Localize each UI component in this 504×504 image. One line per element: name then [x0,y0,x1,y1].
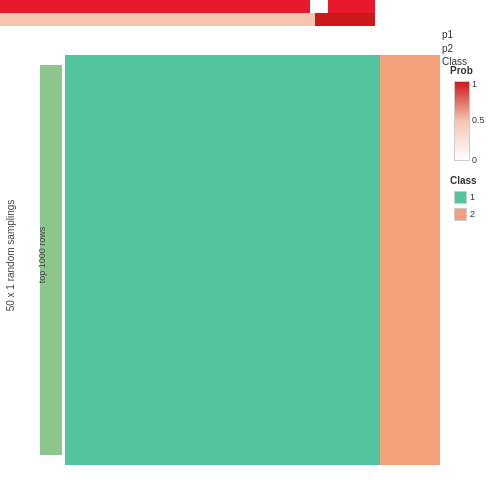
legend-class1-box [454,191,467,204]
p1-bar [0,0,375,13]
legend-area: Prob 1 0.5 0 Class 1 2 [450,65,504,315]
legend-prob-title: Prob [450,65,473,76]
p1-bar-gap [310,0,328,13]
label-p2: p2 [442,42,453,56]
legend-class2-label: 2 [470,209,475,219]
main-block-orange-bottom [380,420,440,465]
chart-container: membership heatmap, k = 2 p1 p2 Class 50… [0,0,504,504]
p2-bar-red [315,13,375,26]
class-bar-orange [380,55,440,65]
main-block-teal-bottom [65,420,420,465]
legend-gradient [454,81,470,161]
right-labels: p1 p2 [442,28,453,56]
legend-class2-box [454,208,467,221]
main-block-orange-top [380,65,440,420]
label-outer: 50 x 1 random samplings [0,55,22,455]
main-block-teal [65,65,380,420]
label-p1: p1 [442,28,453,42]
legend-class1-label: 1 [470,192,475,202]
legend-val-1: 1 [472,79,477,89]
class-bar-teal [65,55,380,65]
legend-val-05: 0.5 [472,115,485,125]
legend-class-title: Class [450,175,477,186]
class-bar [65,55,440,65]
label-inner: top 1000 rows [22,55,62,455]
legend-val-0: 0 [472,155,477,165]
